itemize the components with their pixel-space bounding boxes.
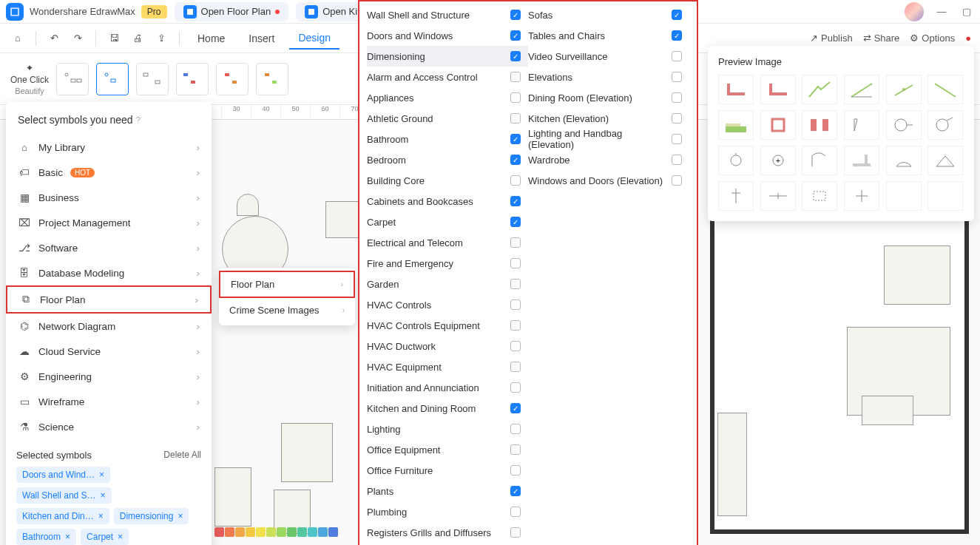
checkbox-icon[interactable]: ✓ [672, 30, 682, 41]
checkbox-icon[interactable]: ✓ [672, 10, 682, 20]
check-fire-and-emergency[interactable]: Fire and Emergency [367, 253, 528, 274]
check-plants[interactable]: Plants ✓ [367, 481, 528, 501]
color-swatch[interactable] [308, 527, 317, 537]
preview-symbol-4[interactable] [886, 75, 922, 104]
check-kitchen-elevation-[interactable]: Kitchen (Elevation) [528, 108, 689, 129]
color-swatch[interactable] [214, 527, 224, 537]
preview-symbol-7[interactable] [760, 110, 796, 140]
checkbox-icon[interactable] [510, 507, 521, 517]
preview-symbol-14[interactable] [802, 146, 837, 175]
submenu-crime-scene-images[interactable]: Crime Scene Images› [219, 298, 355, 322]
color-swatch[interactable] [328, 527, 338, 537]
category-item-science[interactable]: ⚗ Science › [6, 414, 212, 439]
preview-symbol-11[interactable] [927, 110, 963, 140]
chip-carpet[interactable]: Carpet× [81, 529, 129, 545]
preview-symbol-9[interactable] [844, 110, 879, 140]
undo-icon[interactable]: ↶ [45, 30, 63, 47]
color-swatch[interactable] [235, 527, 245, 537]
maximize-icon[interactable]: ▢ [959, 4, 974, 19]
check-bedroom[interactable]: Bedroom ✓ [367, 149, 528, 170]
checkbox-icon[interactable]: ✓ [510, 134, 521, 144]
category-item-project-management[interactable]: ⌧ Project Management › [6, 210, 212, 235]
preview-symbol-2[interactable] [802, 75, 837, 104]
check-bathroom[interactable]: Bathroom ✓ [367, 129, 528, 149]
checkbox-icon[interactable] [510, 527, 521, 538]
category-item-cloud-service[interactable]: ☁ Cloud Service › [6, 339, 212, 364]
checkbox-icon[interactable]: ✓ [510, 196, 521, 206]
preview-symbol-5[interactable] [927, 75, 963, 104]
color-swatch[interactable] [225, 527, 234, 537]
check-appliances[interactable]: Appliances [367, 87, 528, 108]
publish-button[interactable]: ↗ Publish [810, 33, 853, 44]
check-elevations[interactable]: Elevations [528, 67, 689, 87]
layout-option-3[interactable] [136, 63, 169, 95]
check-hvac-equipment[interactable]: HVAC Equipment [367, 356, 528, 377]
preview-symbol-1[interactable] [760, 75, 796, 104]
checkbox-icon[interactable] [510, 362, 521, 372]
home-icon[interactable]: ⌂ [9, 30, 27, 47]
check-lighting-and-handbag-elevation-[interactable]: Lighting and Handbag (Elevation) [528, 129, 689, 149]
redo-icon[interactable]: ↷ [69, 30, 87, 47]
preview-symbol-20[interactable] [802, 181, 837, 211]
check-hvac-controls[interactable]: HVAC Controls [367, 294, 528, 315]
chip-remove-icon[interactable]: × [118, 532, 123, 542]
category-item-my-library[interactable]: ⌂ My Library › [6, 135, 212, 160]
check-plumbing[interactable]: Plumbing [367, 501, 528, 522]
checkbox-icon[interactable] [510, 320, 521, 331]
check-video-surveillance[interactable]: Video Surveillance [528, 46, 689, 67]
category-item-software[interactable]: ⎇ Software › [6, 235, 212, 260]
layout-option-4[interactable] [176, 63, 209, 95]
share-button[interactable]: ⇄ Share [863, 33, 900, 44]
checkbox-icon[interactable] [510, 258, 521, 268]
preview-symbol-0[interactable] [718, 75, 754, 104]
check-carpet[interactable]: Carpet ✓ [367, 211, 528, 232]
check-hvac-ductwork[interactable]: HVAC Ductwork [367, 336, 528, 356]
check-tables-and-chairs[interactable]: Tables and Chairs ✓ [528, 25, 689, 46]
layout-option-1[interactable] [56, 63, 89, 95]
menu-insert[interactable]: Insert [240, 28, 283, 49]
tab-floor-plan[interactable]: Open Floor Plan [175, 2, 289, 21]
checkbox-icon[interactable] [672, 72, 682, 82]
chip-remove-icon[interactable]: × [178, 511, 183, 521]
chip-remove-icon[interactable]: × [101, 490, 106, 501]
check-building-core[interactable]: Building Core [367, 170, 528, 191]
check-dimensioning[interactable]: Dimensioning ✓ [367, 46, 528, 67]
user-avatar[interactable] [905, 2, 924, 21]
color-swatch[interactable] [318, 527, 328, 537]
check-initiation-and-annunciation[interactable]: Initiation and Annunciation [367, 377, 528, 398]
checkbox-icon[interactable] [510, 424, 521, 434]
category-item-business[interactable]: ▦ Business › [6, 185, 212, 210]
checkbox-icon[interactable] [510, 237, 521, 248]
checkbox-icon[interactable] [672, 155, 682, 165]
checkbox-icon[interactable] [672, 92, 682, 103]
chip-dimensioning[interactable]: Dimensioning× [114, 508, 189, 524]
chip-kitchen-and-din-[interactable]: Kitchen and Din…× [16, 508, 109, 524]
chip-wall-shell-and-s-[interactable]: Wall Shell and S…× [16, 487, 112, 504]
chip-remove-icon[interactable]: × [98, 511, 104, 521]
checkbox-icon[interactable] [672, 175, 682, 186]
color-swatch[interactable] [256, 527, 266, 537]
options-button[interactable]: ⚙ Options [910, 33, 955, 44]
color-swatch[interactable] [297, 527, 307, 537]
check-lighting[interactable]: Lighting [367, 419, 528, 439]
menu-design[interactable]: Design [289, 27, 339, 50]
checkbox-icon[interactable] [510, 382, 521, 393]
check-garden[interactable]: Garden [367, 274, 528, 294]
checkbox-icon[interactable] [510, 92, 521, 103]
check-alarm-and-access-control[interactable]: Alarm and Access Control [367, 67, 528, 87]
category-item-database-modeling[interactable]: 🗄 Database Modeling › [6, 260, 212, 285]
checkbox-icon[interactable] [510, 72, 521, 82]
check-office-furniture[interactable]: Office Furniture [367, 460, 528, 481]
color-swatch[interactable] [287, 527, 297, 537]
category-item-network-diagram[interactable]: ⌬ Network Diagram › [6, 314, 212, 339]
preview-symbol-21[interactable] [844, 181, 879, 211]
layout-option-6[interactable] [256, 63, 288, 95]
color-swatch[interactable] [266, 527, 276, 537]
category-item-floor-plan[interactable]: ⧉ Floor Plan › [6, 285, 212, 314]
check-wall-shell-and-structure[interactable]: Wall Shell and Structure ✓ [367, 4, 528, 25]
check-office-equipment[interactable]: Office Equipment [367, 439, 528, 460]
check-athletic-ground[interactable]: Athletic Ground [367, 108, 528, 129]
color-swatch[interactable] [277, 527, 286, 537]
checkbox-icon[interactable] [672, 134, 682, 144]
print-icon[interactable]: 🖨 [129, 30, 146, 47]
